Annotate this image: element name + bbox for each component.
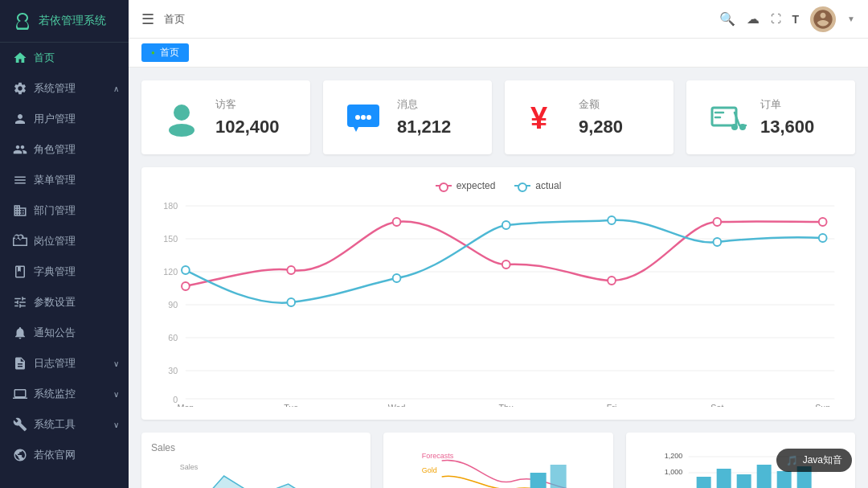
badge-icon xyxy=(13,234,27,248)
svg-text:120: 120 xyxy=(163,267,178,277)
svg-text:60: 60 xyxy=(168,333,178,342)
svg-text:Mon: Mon xyxy=(178,403,194,407)
stat-label-messages: 消息 xyxy=(397,97,473,112)
sidebar-item-system[interactable]: 系统管理 ∧ xyxy=(0,73,129,104)
stat-info-messages: 消息 81,212 xyxy=(397,97,473,137)
actual-legend-dot xyxy=(514,185,530,187)
home-tab-label: 首页 xyxy=(160,46,179,59)
svg-rect-53 xyxy=(551,465,567,488)
sidebar-item-dept[interactable]: 部门管理 xyxy=(0,195,129,226)
breadcrumb-bar: 首页 xyxy=(129,39,868,68)
cloud-icon[interactable]: ☁ xyxy=(747,11,760,27)
legend-actual-label: actual xyxy=(535,180,561,191)
svg-rect-62 xyxy=(756,465,771,488)
svg-text:Forecasts: Forecasts xyxy=(422,452,454,460)
monitor-icon xyxy=(13,387,27,401)
visitors-icon xyxy=(161,96,203,138)
stat-label-orders: 订单 xyxy=(760,97,836,112)
chart-svg-container: 180 150 120 90 60 30 0 Mon xyxy=(154,198,842,407)
sliders-icon xyxy=(13,295,27,310)
stat-value-orders: 13,600 xyxy=(760,117,836,137)
sidebar-item-role[interactable]: 角色管理 xyxy=(0,134,129,165)
fullscreen-icon[interactable]: ⛶ xyxy=(771,13,781,25)
stat-info-orders: 订单 13,600 xyxy=(760,97,836,137)
search-icon[interactable]: 🔍 xyxy=(719,11,735,27)
svg-text:1,200: 1,200 xyxy=(664,452,682,460)
book-icon xyxy=(13,265,27,279)
svg-rect-61 xyxy=(736,474,751,488)
svg-point-39 xyxy=(182,266,190,274)
sidebar-item-tools[interactable]: 系统工具 ∨ xyxy=(0,409,129,440)
avatar[interactable] xyxy=(810,6,836,32)
sidebar-item-menu[interactable]: 菜单管理 xyxy=(0,165,129,195)
sales-title: Sales xyxy=(151,442,361,453)
home-tab[interactable]: 首页 xyxy=(141,43,189,62)
watermark: 🎵 Java知音 xyxy=(776,449,852,472)
sidebar-item-label: 通知公告 xyxy=(34,326,76,340)
bottom-charts-row: Sales Sales inistration Marketing Foreca… xyxy=(141,433,855,488)
sidebar-item-dict[interactable]: 字典管理 xyxy=(0,256,129,287)
sidebar-item-post[interactable]: 岗位管理 xyxy=(0,226,129,256)
bottom-card-forecasts: Forecasts Gold Indust xyxy=(383,433,612,488)
sidebar-item-log[interactable]: 日志管理 ∨ xyxy=(0,348,129,379)
header-left: ☰ 首页 xyxy=(141,10,719,28)
stat-label-amount: 金额 xyxy=(579,97,654,112)
watermark-text: Java知音 xyxy=(803,453,842,467)
stats-row: 访客 102,400 消息 81,212 xyxy=(141,80,855,154)
svg-point-35 xyxy=(502,260,510,269)
stat-card-amount: ¥ 金额 9,280 xyxy=(505,80,674,154)
sidebar-item-website[interactable]: 若依官网 xyxy=(0,440,129,470)
svg-rect-59 xyxy=(696,477,710,488)
svg-text:Tue: Tue xyxy=(284,403,298,407)
svg-text:Wed: Wed xyxy=(388,403,406,407)
chevron-down-icon: ∨ xyxy=(113,390,119,399)
svg-point-38 xyxy=(819,218,827,226)
people-icon xyxy=(13,142,27,157)
app-title: 若依管理系统 xyxy=(39,14,106,28)
stat-card-orders: 订单 13,600 xyxy=(686,80,855,154)
menu-toggle-icon[interactable]: ☰ xyxy=(141,10,154,28)
sidebar-item-label: 参数设置 xyxy=(34,295,76,310)
svg-text:Thu: Thu xyxy=(499,403,514,407)
svg-text:150: 150 xyxy=(163,234,178,244)
sidebar: 若依管理系统 首页 系统管理 ∧ 用户管理 角色管理 菜单管理 部门管理 岗位管… xyxy=(0,0,129,488)
expected-legend-dot xyxy=(436,185,452,187)
stat-value-messages: 81,212 xyxy=(397,117,473,137)
svg-point-41 xyxy=(393,274,401,282)
sidebar-item-user[interactable]: 用户管理 xyxy=(0,104,129,134)
svg-rect-60 xyxy=(716,469,731,488)
orders-icon xyxy=(706,96,747,138)
sidebar-logo: 若依管理系统 xyxy=(0,0,129,43)
sidebar-item-monitor[interactable]: 系统监控 ∨ xyxy=(0,379,129,409)
sidebar-item-home[interactable]: 首页 xyxy=(0,43,129,73)
svg-point-44 xyxy=(714,238,722,246)
svg-point-36 xyxy=(608,277,616,285)
chevron-down-icon: ∨ xyxy=(113,420,119,429)
gear-icon xyxy=(13,81,27,96)
watermark-icon: 🎵 xyxy=(786,455,798,466)
menu-icon xyxy=(13,173,27,187)
logo-icon xyxy=(13,11,32,31)
messages-icon xyxy=(342,96,384,138)
svg-point-5 xyxy=(366,115,371,120)
sidebar-item-notice[interactable]: 通知公告 xyxy=(0,318,129,348)
sidebar-item-params[interactable]: 参数设置 xyxy=(0,287,129,318)
legend-expected-label: expected xyxy=(457,180,496,191)
svg-text:¥: ¥ xyxy=(530,101,547,135)
svg-text:180: 180 xyxy=(163,201,178,211)
svg-text:Sun: Sun xyxy=(815,403,830,407)
header-right: 🔍 ☁ ⛶ T ▼ xyxy=(719,6,855,32)
forecasts-svg: Forecasts Gold Indust xyxy=(393,449,603,488)
stat-label-visitors: 访客 xyxy=(215,97,291,112)
stat-info-visitors: 访客 102,400 xyxy=(215,97,291,137)
sidebar-item-label: 岗位管理 xyxy=(34,234,76,248)
svg-text:Gold: Gold xyxy=(422,466,437,474)
sidebar-item-label: 系统工具 xyxy=(34,417,76,432)
file-icon xyxy=(13,356,27,371)
user-dropdown-icon[interactable]: ▼ xyxy=(847,14,855,23)
svg-rect-63 xyxy=(776,471,791,488)
font-size-icon[interactable]: T xyxy=(792,13,800,26)
svg-point-4 xyxy=(361,115,366,120)
content: 访客 102,400 消息 81,212 xyxy=(129,68,868,488)
home-icon xyxy=(13,51,27,65)
